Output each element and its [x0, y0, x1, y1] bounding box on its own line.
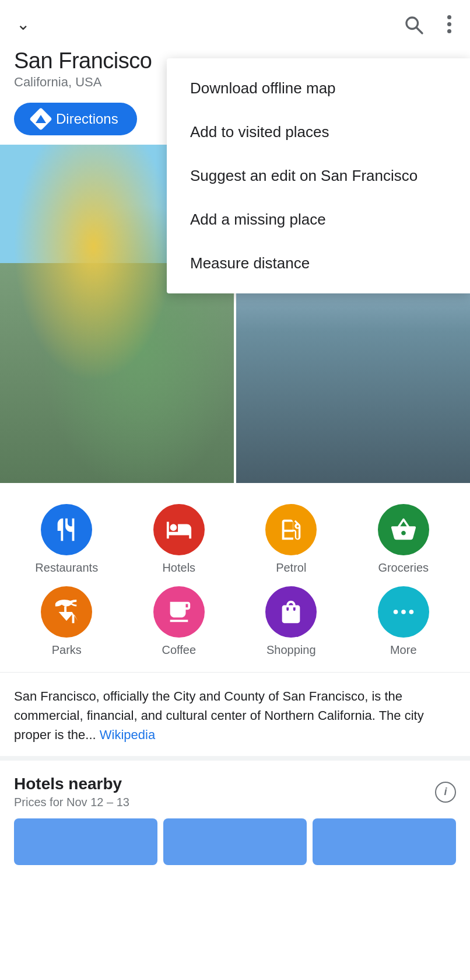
more-icon-bg — [378, 586, 429, 638]
dropdown-item-measure-distance[interactable]: Measure distance — [167, 242, 470, 285]
category-item-restaurants[interactable]: Restaurants — [12, 501, 122, 578]
groceries-icon-bg — [378, 504, 429, 555]
hotel-cards-preview — [14, 818, 456, 865]
category-item-hotels[interactable]: Hotels — [124, 501, 234, 578]
hotels-section: Hotels nearby Prices for Nov 12 – 13 i — [0, 756, 470, 874]
hotels-dates: Prices for Nov 12 – 13 — [14, 796, 129, 809]
dropdown-menu: Download offline map Add to visited plac… — [167, 58, 470, 293]
description-text: San Francisco, officially the City and C… — [14, 687, 456, 744]
directions-label: Directions — [56, 111, 118, 127]
groceries-icon — [390, 516, 417, 543]
restaurants-icon-bg — [41, 504, 92, 555]
search-button[interactable] — [401, 12, 426, 37]
hotels-info-button[interactable]: i — [435, 782, 456, 803]
categories-grid: Restaurants Hotels Petrol Groceries — [12, 501, 458, 660]
petrol-icon — [278, 516, 304, 543]
coffee-label: Coffee — [162, 643, 196, 657]
header-left: ⌄ — [14, 14, 32, 35]
shopping-icon — [278, 598, 304, 625]
parks-icon-bg — [41, 586, 92, 638]
category-item-parks[interactable]: Parks — [12, 583, 122, 660]
header: ⌄ — [0, 0, 470, 44]
groceries-label: Groceries — [378, 561, 429, 575]
category-item-shopping[interactable]: Shopping — [236, 583, 346, 660]
dropdown-item-add-visited[interactable]: Add to visited places — [167, 110, 470, 154]
hotels-icon — [166, 516, 192, 543]
collapse-button[interactable]: ⌄ — [14, 14, 32, 35]
parks-icon — [53, 598, 80, 625]
category-item-more[interactable]: More — [349, 583, 459, 660]
hotel-card-1[interactable] — [14, 818, 157, 865]
hotels-header: Hotels nearby Prices for Nov 12 – 13 i — [14, 775, 456, 809]
description-section: San Francisco, officially the City and C… — [0, 672, 470, 756]
category-item-coffee[interactable]: Coffee — [124, 583, 234, 660]
hotels-title: Hotels nearby — [14, 775, 129, 793]
petrol-icon-bg — [265, 504, 317, 555]
wikipedia-link[interactable]: Wikipedia — [100, 727, 155, 742]
petrol-label: Petrol — [276, 561, 306, 575]
more-label: More — [390, 643, 417, 657]
search-icon — [403, 14, 424, 35]
svg-point-3 — [401, 610, 406, 614]
dropdown-item-download-offline[interactable]: Download offline map — [167, 66, 470, 110]
hotel-card-3[interactable] — [313, 818, 456, 865]
shopping-icon-bg — [265, 586, 317, 638]
hotels-info: Hotels nearby Prices for Nov 12 – 13 — [14, 775, 129, 809]
header-right — [401, 10, 456, 38]
dropdown-item-suggest-edit[interactable]: Suggest an edit on San Francisco — [167, 154, 470, 198]
chevron-down-icon: ⌄ — [16, 16, 30, 33]
coffee-icon-bg — [153, 586, 205, 638]
coffee-icon — [166, 598, 192, 625]
categories-section: Restaurants Hotels Petrol Groceries — [0, 483, 470, 666]
hotels-icon-bg — [153, 504, 205, 555]
svg-point-4 — [409, 610, 413, 614]
more-icon — [390, 598, 417, 625]
restaurants-icon — [53, 516, 80, 543]
dropdown-item-add-missing[interactable]: Add a missing place — [167, 198, 470, 242]
shopping-label: Shopping — [266, 643, 316, 657]
category-item-petrol[interactable]: Petrol — [236, 501, 346, 578]
category-item-groceries[interactable]: Groceries — [349, 501, 459, 578]
parks-label: Parks — [52, 643, 82, 657]
more-options-button[interactable] — [443, 10, 456, 38]
hotel-card-2[interactable] — [163, 818, 307, 865]
vertical-dots-icon — [445, 13, 454, 36]
restaurants-label: Restaurants — [35, 561, 98, 575]
hotels-label: Hotels — [162, 561, 195, 575]
directions-button[interactable]: Directions — [14, 103, 137, 135]
svg-point-2 — [394, 610, 398, 614]
svg-line-1 — [416, 27, 422, 33]
navigation-icon — [29, 107, 52, 131]
